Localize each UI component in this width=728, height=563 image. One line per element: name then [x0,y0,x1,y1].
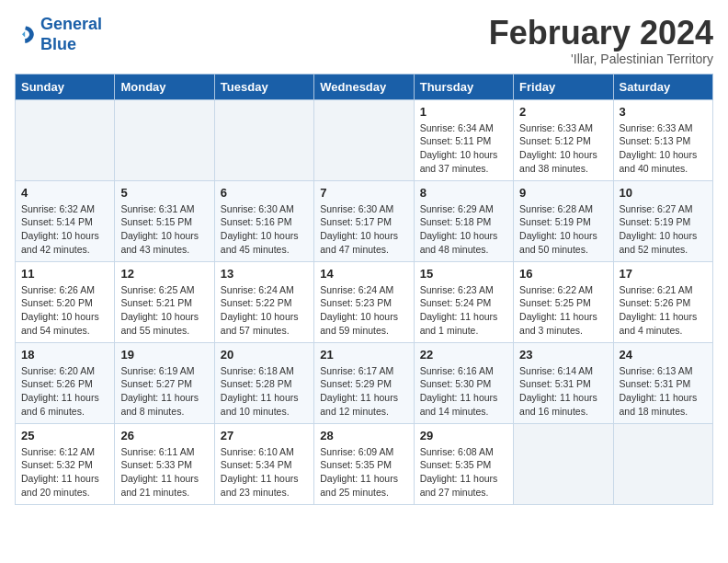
day-number: 14 [320,267,407,281]
calendar-cell: 23Sunrise: 6:14 AM Sunset: 5:31 PM Dayli… [514,342,613,423]
day-number: 2 [519,105,607,119]
day-number: 10 [620,186,707,200]
day-info: Sunrise: 6:34 AM Sunset: 5:11 PM Dayligh… [420,121,507,176]
page-header: General Blue February 2024 'Illar, Pales… [15,15,713,66]
calendar-cell [314,99,414,180]
day-number: 25 [21,429,108,442]
calendar-cell: 1Sunrise: 6:34 AM Sunset: 5:11 PM Daylig… [414,99,513,180]
calendar-week-5: 25Sunrise: 6:12 AM Sunset: 5:32 PM Dayli… [16,423,713,504]
month-title: February 2024 [489,15,713,52]
calendar-cell: 29Sunrise: 6:08 AM Sunset: 5:35 PM Dayli… [414,423,513,504]
day-info: Sunrise: 6:20 AM Sunset: 5:26 PM Dayligh… [21,364,108,419]
day-number: 22 [420,348,507,362]
day-info: Sunrise: 6:28 AM Sunset: 5:19 PM Dayligh… [519,202,607,257]
calendar-cell: 3Sunrise: 6:33 AM Sunset: 5:13 PM Daylig… [613,99,712,180]
calendar-week-4: 18Sunrise: 6:20 AM Sunset: 5:26 PM Dayli… [16,342,713,423]
calendar-cell [613,423,712,504]
calendar-week-1: 1Sunrise: 6:34 AM Sunset: 5:11 PM Daylig… [16,99,713,180]
day-number: 19 [120,348,208,362]
day-number: 11 [21,267,108,281]
logo-line1: General [40,15,102,33]
day-number: 5 [120,186,208,200]
calendar-table: SundayMondayTuesdayWednesdayThursdayFrid… [15,74,713,505]
day-number: 17 [620,267,707,281]
day-number: 29 [420,429,507,442]
day-number: 9 [519,186,607,200]
day-number: 6 [221,186,308,200]
day-info: Sunrise: 6:09 AM Sunset: 5:35 PM Dayligh… [320,445,407,500]
day-info: Sunrise: 6:33 AM Sunset: 5:13 PM Dayligh… [620,121,707,176]
day-info: Sunrise: 6:12 AM Sunset: 5:32 PM Dayligh… [21,445,108,500]
day-number: 23 [519,348,607,362]
calendar-cell: 14Sunrise: 6:24 AM Sunset: 5:23 PM Dayli… [314,261,414,342]
calendar-cell: 8Sunrise: 6:29 AM Sunset: 5:18 PM Daylig… [414,180,513,261]
header-sunday: Sunday [16,74,115,99]
day-number: 18 [21,348,108,362]
day-info: Sunrise: 6:25 AM Sunset: 5:21 PM Dayligh… [120,283,208,338]
logo-icon [15,24,37,46]
calendar-cell [514,423,613,504]
day-info: Sunrise: 6:26 AM Sunset: 5:20 PM Dayligh… [21,283,108,338]
calendar-header-row: SundayMondayTuesdayWednesdayThursdayFrid… [16,74,713,99]
calendar-cell: 26Sunrise: 6:11 AM Sunset: 5:33 PM Dayli… [115,423,214,504]
calendar-cell: 10Sunrise: 6:27 AM Sunset: 5:19 PM Dayli… [613,180,712,261]
calendar-cell: 16Sunrise: 6:22 AM Sunset: 5:25 PM Dayli… [514,261,613,342]
day-info: Sunrise: 6:17 AM Sunset: 5:29 PM Dayligh… [320,364,407,419]
logo-line2: Blue [40,35,76,53]
day-number: 24 [620,348,707,362]
calendar-cell: 2Sunrise: 6:33 AM Sunset: 5:12 PM Daylig… [514,99,613,180]
calendar-week-2: 4Sunrise: 6:32 AM Sunset: 5:14 PM Daylig… [16,180,713,261]
header-thursday: Thursday [414,74,513,99]
day-number: 20 [221,348,308,362]
header-tuesday: Tuesday [214,74,313,99]
day-info: Sunrise: 6:10 AM Sunset: 5:34 PM Dayligh… [221,445,308,500]
day-info: Sunrise: 6:30 AM Sunset: 5:17 PM Dayligh… [320,202,407,257]
calendar-cell: 20Sunrise: 6:18 AM Sunset: 5:28 PM Dayli… [214,342,313,423]
day-info: Sunrise: 6:14 AM Sunset: 5:31 PM Dayligh… [519,364,607,419]
day-number: 15 [420,267,507,281]
calendar-cell: 21Sunrise: 6:17 AM Sunset: 5:29 PM Dayli… [314,342,414,423]
calendar-cell: 12Sunrise: 6:25 AM Sunset: 5:21 PM Dayli… [115,261,214,342]
day-info: Sunrise: 6:18 AM Sunset: 5:28 PM Dayligh… [221,364,308,419]
day-info: Sunrise: 6:13 AM Sunset: 5:31 PM Dayligh… [620,364,707,419]
calendar-cell: 19Sunrise: 6:19 AM Sunset: 5:27 PM Dayli… [115,342,214,423]
header-saturday: Saturday [613,74,712,99]
day-number: 7 [320,186,407,200]
header-friday: Friday [514,74,613,99]
day-info: Sunrise: 6:31 AM Sunset: 5:15 PM Dayligh… [120,202,208,257]
calendar-cell: 27Sunrise: 6:10 AM Sunset: 5:34 PM Dayli… [214,423,313,504]
day-info: Sunrise: 6:16 AM Sunset: 5:30 PM Dayligh… [420,364,507,419]
day-info: Sunrise: 6:30 AM Sunset: 5:16 PM Dayligh… [221,202,308,257]
day-number: 1 [420,105,507,119]
day-number: 3 [620,105,707,119]
day-number: 4 [21,186,108,200]
location-subtitle: 'Illar, Palestinian Territory [489,52,713,66]
logo: General Blue [15,15,102,54]
day-info: Sunrise: 6:11 AM Sunset: 5:33 PM Dayligh… [120,445,208,500]
header-wednesday: Wednesday [314,74,414,99]
day-number: 8 [420,186,507,200]
calendar-cell: 4Sunrise: 6:32 AM Sunset: 5:14 PM Daylig… [16,180,115,261]
calendar-cell: 24Sunrise: 6:13 AM Sunset: 5:31 PM Dayli… [613,342,712,423]
day-info: Sunrise: 6:32 AM Sunset: 5:14 PM Dayligh… [21,202,108,257]
logo-text: General Blue [40,15,102,54]
day-number: 21 [320,348,407,362]
calendar-cell: 17Sunrise: 6:21 AM Sunset: 5:26 PM Dayli… [613,261,712,342]
calendar-cell [115,99,214,180]
day-number: 13 [221,267,308,281]
calendar-cell: 25Sunrise: 6:12 AM Sunset: 5:32 PM Dayli… [16,423,115,504]
day-info: Sunrise: 6:24 AM Sunset: 5:23 PM Dayligh… [320,283,407,338]
day-info: Sunrise: 6:08 AM Sunset: 5:35 PM Dayligh… [420,445,507,500]
calendar-week-3: 11Sunrise: 6:26 AM Sunset: 5:20 PM Dayli… [16,261,713,342]
calendar-cell: 22Sunrise: 6:16 AM Sunset: 5:30 PM Dayli… [414,342,513,423]
day-info: Sunrise: 6:33 AM Sunset: 5:12 PM Dayligh… [519,121,607,176]
day-number: 28 [320,429,407,442]
day-info: Sunrise: 6:23 AM Sunset: 5:24 PM Dayligh… [420,283,507,338]
day-info: Sunrise: 6:19 AM Sunset: 5:27 PM Dayligh… [120,364,208,419]
day-number: 12 [120,267,208,281]
calendar-cell: 11Sunrise: 6:26 AM Sunset: 5:20 PM Dayli… [16,261,115,342]
title-block: February 2024 'Illar, Palestinian Territ… [489,15,713,66]
calendar-cell: 15Sunrise: 6:23 AM Sunset: 5:24 PM Dayli… [414,261,513,342]
day-info: Sunrise: 6:21 AM Sunset: 5:26 PM Dayligh… [620,283,707,338]
calendar-cell: 7Sunrise: 6:30 AM Sunset: 5:17 PM Daylig… [314,180,414,261]
